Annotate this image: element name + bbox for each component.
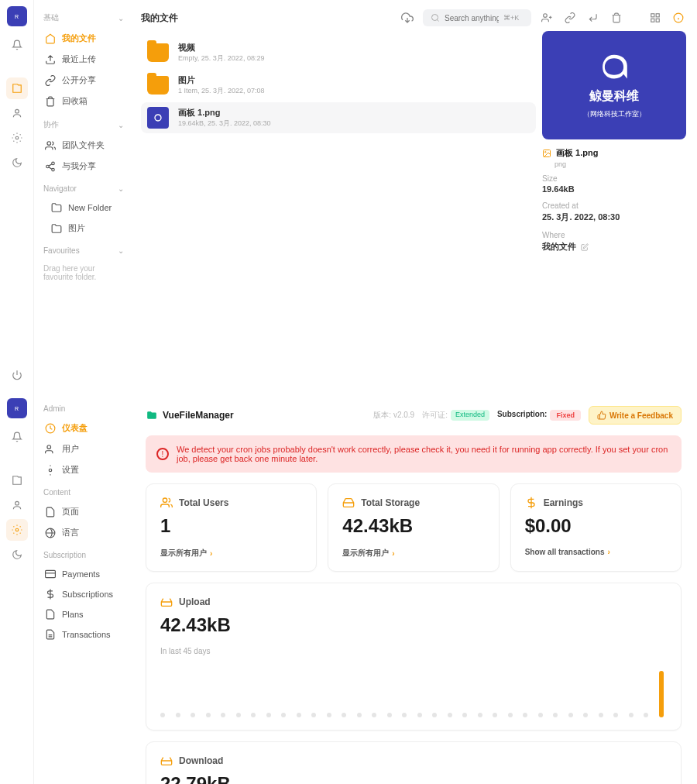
power-icon[interactable] (6, 364, 28, 386)
info-icon[interactable] (671, 10, 686, 26)
section-subscription: Subscription (43, 551, 124, 559)
detail-panel: 鲸曼科维 （网络科技工作室） 画板 1.png png Size 19.64kB… (542, 31, 686, 260)
storage-value: 42.43kB (342, 515, 484, 537)
nav-users[interactable]: 用户 (40, 438, 124, 459)
favourites-dropzone[interactable]: Drag here your favourite folder. (40, 260, 124, 286)
icon-rail: R (0, 0, 34, 392)
nav-plans[interactable]: Plans (40, 604, 124, 624)
svg-point-6 (432, 15, 438, 21)
svg-rect-9 (656, 14, 659, 17)
toolbar: 我的文件 ⌘+K (141, 9, 686, 26)
admin-sidebar: Admin 仪表盘 用户 设置 Content 页面 语言 Subscripti… (34, 392, 130, 784)
card-total-storage: Total Storage 42.43kB 显示所有用户› (328, 483, 499, 572)
card-upload: Upload 42.43kB In last 45 days (146, 583, 682, 731)
chevron-down-icon[interactable]: ⌄ (118, 246, 124, 255)
link-icon[interactable] (562, 10, 578, 26)
brand: VueFileManager (146, 410, 234, 421)
file-row-image[interactable]: 画板 1.png19.64kB, 25. 3月. 2022, 08:30 (141, 102, 536, 133)
svg-point-2 (47, 141, 51, 145)
svg-point-1 (15, 136, 19, 139)
edit-icon[interactable] (581, 243, 589, 251)
chevron-down-icon[interactable]: ⌄ (118, 184, 124, 193)
storage-link[interactable]: 显示所有用户› (342, 548, 484, 559)
nav-settings[interactable]: 设置 (40, 459, 124, 480)
profile-icon[interactable] (6, 102, 28, 124)
chevron-down-icon[interactable]: ⌄ (118, 14, 124, 22)
theme-icon[interactable] (6, 544, 28, 566)
svg-rect-11 (656, 19, 659, 22)
chevron-down-icon[interactable]: ⌄ (118, 121, 124, 129)
nav-transactions[interactable]: Transactions (40, 624, 124, 645)
image-icon (542, 149, 551, 158)
preview-logo-icon (592, 51, 636, 84)
files-icon[interactable] (6, 77, 28, 99)
section-content: Content (43, 488, 124, 497)
svg-point-22 (163, 498, 167, 502)
search-box[interactable]: ⌘+K (423, 9, 531, 26)
svg-point-19 (49, 469, 52, 472)
nav-payments[interactable]: Payments (40, 564, 124, 584)
download-value: 22.79kB (160, 773, 667, 784)
detail-size: 19.64kB (542, 184, 686, 194)
notifications-icon[interactable] (6, 34, 28, 56)
svg-rect-8 (651, 14, 654, 17)
admin-header: VueFileManager 版本: v2.0.9 许可证:Extended S… (146, 406, 682, 425)
download-icon (160, 755, 173, 767)
nav-dashboard[interactable]: 仪表盘 (40, 418, 124, 438)
files-icon[interactable] (6, 469, 28, 491)
earnings-value: $0.00 (525, 515, 667, 537)
nav-shared[interactable]: 与我分享 (40, 156, 124, 177)
earnings-link[interactable]: Show all transactions› (525, 548, 667, 556)
settings-icon[interactable] (6, 127, 28, 149)
theme-icon[interactable] (6, 152, 28, 174)
move-icon[interactable] (585, 10, 601, 26)
app-logo[interactable]: R (7, 398, 27, 418)
icon-rail: R (0, 392, 34, 784)
svg-point-16 (15, 528, 19, 531)
nav-new-folder[interactable]: New Folder (40, 198, 124, 218)
feedback-button[interactable]: Write a Feedback (589, 406, 682, 425)
detail-where: 我的文件 (542, 241, 686, 253)
file-row-folder[interactable]: 视频Empty, 25. 3月. 2022, 08:29 (141, 37, 536, 68)
notifications-icon[interactable] (6, 426, 28, 448)
svg-point-3 (52, 162, 55, 165)
search-input[interactable] (445, 14, 499, 22)
nav-pages[interactable]: 页面 (40, 501, 124, 522)
chevron-right-icon: › (210, 549, 212, 558)
download-cloud-icon[interactable] (400, 10, 415, 26)
license-badge: Extended (451, 410, 489, 421)
warning-banner: ! We detect your cron jobs probably does… (146, 435, 682, 473)
subscription-text: Subscription:Fixed (497, 410, 581, 421)
thumbs-up-icon (597, 411, 606, 420)
brand-folder-icon (146, 410, 158, 421)
delete-icon[interactable] (609, 10, 624, 26)
nav-pictures[interactable]: 图片 (40, 218, 124, 239)
folder-icon (147, 43, 169, 62)
preview-brand-sub: （网络科技工作室） (583, 109, 646, 119)
nav-trash[interactable]: 回收箱 (40, 91, 124, 112)
app-logo[interactable]: R (7, 6, 27, 26)
file-preview: 鲸曼科维 （网络科技工作室） (542, 31, 686, 139)
view-toggle-icon[interactable] (647, 10, 663, 26)
section-admin: Admin (43, 404, 124, 413)
nav-my-files[interactable]: 我的文件 (40, 28, 124, 49)
nav-team[interactable]: 团队文件夹 (40, 135, 124, 156)
nav-public[interactable]: 公开分享 (40, 70, 124, 91)
nav-language[interactable]: 语言 (40, 522, 124, 543)
profile-icon[interactable] (6, 494, 28, 516)
add-user-icon[interactable] (539, 10, 555, 26)
file-row-folder[interactable]: 图片1 Item, 25. 3月. 2022, 07:08 (141, 70, 536, 101)
section-basic: 基础⌄ (43, 12, 124, 23)
card-total-users: Total Users 1 显示所有用户› (146, 483, 317, 572)
chevron-right-icon: › (392, 549, 394, 558)
users-link[interactable]: 显示所有用户› (160, 548, 302, 559)
svg-rect-21 (46, 570, 56, 577)
settings-icon[interactable] (6, 519, 28, 541)
dollar-icon (525, 497, 537, 509)
nav-subscriptions[interactable]: Subscriptions (40, 584, 124, 604)
detail-created-label: Created at (542, 201, 686, 210)
nav-recent[interactable]: 最近上传 (40, 49, 124, 70)
page-title: 我的文件 (141, 12, 178, 25)
card-earnings: Earnings $0.00 Show all transactions› (510, 483, 682, 572)
search-icon (431, 13, 440, 22)
